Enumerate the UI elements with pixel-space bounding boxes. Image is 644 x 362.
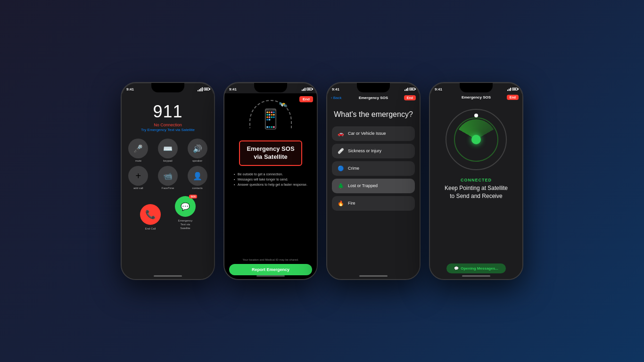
emergency-text-button[interactable]: 💬 SOS — [175, 196, 196, 217]
fire-icon: 🔥 — [338, 200, 344, 206]
phone1-signal — [198, 87, 203, 91]
option-crime-label: Crime — [348, 166, 359, 171]
connected-label: CONNECTED — [461, 178, 492, 182]
phone1-notch — [151, 83, 184, 92]
phone3-nav-title: Emergency SOS — [359, 96, 388, 100]
phone1-content: 911 No Connection Try Emergency Text via… — [122, 93, 214, 279]
radar-center — [471, 135, 481, 144]
location-note: Your location and Medical ID may be shar… — [242, 258, 298, 261]
phone3-signal — [405, 88, 408, 91]
satellite-radar — [446, 109, 507, 170]
phone-3: 9:41 ‹ Back Emergency SOS End — [326, 82, 421, 280]
sos-bullets: Be outside to get a connection. Messages… — [234, 172, 307, 188]
sickness-icon: 🩹 — [338, 148, 344, 154]
option-car-label: Car or Vehicle Issue — [348, 131, 386, 136]
phone1-number: 911 — [153, 102, 182, 122]
facetime-button[interactable]: 📹 FaceTime — [155, 166, 181, 189]
emergency-text-group: 💬 SOS EmergencyText viaSatellite — [175, 196, 196, 230]
phone-2: 9:41 End 🛰️ 📱 Emergency SOS — [223, 82, 318, 280]
phone1-action-buttons: 📞 End Call 💬 SOS EmergencyText viaSatell… — [140, 196, 196, 230]
phone3-battery — [409, 88, 415, 90]
phone3-status-icons — [405, 88, 415, 91]
phone4-content: Emergency SOS End CONNECTED Keep Pointin… — [430, 93, 522, 279]
option-sickness-label: Sickness or Injury — [348, 148, 381, 153]
phone-1: 9:41 911 No Connection Try Emergency Tex… — [121, 82, 215, 280]
sos-bullet-2: Messages will take longer to send. — [234, 177, 307, 182]
option-fire[interactable]: 🔥 Fire — [332, 196, 415, 211]
phone2-signal — [302, 88, 305, 91]
option-fire-label: Fire — [348, 201, 355, 206]
option-crime[interactable]: 🔵 Crime — [332, 161, 415, 176]
phone1-no-connection: No Connection — [154, 123, 182, 127]
emergency-text-label: EmergencyText viaSatellite — [178, 219, 192, 230]
phone-4: 9:41 Emergency SOS End — [429, 82, 523, 280]
phone1-status-icons — [198, 87, 209, 91]
option-lost-label: Lost or Trapped — [348, 183, 378, 188]
phone4-end-button[interactable]: End — [507, 95, 519, 100]
report-emergency-button[interactable]: Report Emergency — [229, 264, 312, 275]
mute-button[interactable]: 🎤 mute — [125, 139, 151, 162]
phone4-battery — [512, 88, 518, 90]
phone1-home-indicator — [154, 275, 182, 277]
emergency-question: What's the emergency? — [334, 110, 413, 120]
phone4-nav: Emergency SOS End — [430, 93, 522, 101]
add-call-button[interactable]: + add call — [125, 166, 151, 189]
phone1-controls: 🎤 mute ⌨️ keypad 🔊 speaker + add call 📹 — [125, 139, 210, 189]
sos-bullet-1: Be outside to get a connection. — [234, 172, 307, 177]
phone3-home-indicator — [359, 275, 388, 277]
satellite-illustration: 🛰️ 📱 — [247, 100, 294, 138]
phone4-home-indicator — [462, 275, 490, 277]
phone2-home-indicator — [256, 275, 285, 277]
phone3-end-button[interactable]: End — [404, 95, 416, 100]
phone4-signal — [507, 88, 511, 91]
sos-title-box: Emergency SOS via Satellite — [239, 140, 302, 166]
phone4-nav-title: Emergency SOS — [462, 95, 491, 99]
keypad-button[interactable]: ⌨️ keypad — [155, 139, 181, 162]
end-call-label: End Call — [145, 227, 156, 230]
phone3-content: ‹ Back Emergency SOS End What's the emer… — [327, 93, 420, 279]
phone2-content: End 🛰️ 📱 Emergency SOS via Satellite Be … — [224, 93, 317, 279]
phone3-notch — [357, 83, 390, 92]
option-sickness[interactable]: 🩹 Sickness or Injury — [332, 144, 415, 158]
phone1-time: 9:41 — [126, 87, 134, 91]
sos-title-line2: via Satellite — [247, 153, 294, 161]
sos-badge: SOS — [189, 195, 197, 198]
radar-top-dot — [474, 114, 478, 117]
phone3-time: 9:41 — [332, 87, 339, 91]
option-lost[interactable]: 🌲 Lost or Trapped — [332, 179, 415, 193]
phones-container: 9:41 911 No Connection Try Emergency Tex… — [111, 73, 533, 289]
sos-bullet-3: Answer questions to help get a faster re… — [234, 182, 307, 187]
sos-title-line1: Emergency SOS — [247, 145, 294, 153]
lost-icon: 🌲 — [338, 183, 344, 189]
phone4-notch — [460, 83, 493, 92]
end-call-button[interactable]: 📞 — [140, 204, 161, 225]
back-button[interactable]: ‹ Back — [331, 96, 341, 100]
emergency-options-list: 🚗 Car or Vehicle Issue 🩹 Sickness or Inj… — [332, 126, 415, 211]
crime-icon: 🔵 — [338, 165, 344, 172]
phone2-notch — [254, 83, 287, 92]
phone-hand-icon: 📱 — [259, 108, 282, 130]
option-car[interactable]: 🚗 Car or Vehicle Issue — [332, 126, 415, 141]
phone2-time: 9:41 — [229, 87, 237, 91]
car-icon: 🚗 — [338, 131, 344, 137]
phone1-battery — [204, 88, 209, 90]
phone4-status-icons — [507, 88, 518, 91]
opening-messages-button[interactable]: 💬 Opening Messages... — [446, 263, 506, 273]
speaker-button[interactable]: 🔊 speaker — [184, 139, 210, 162]
phone4-time: 9:41 — [435, 87, 442, 91]
phone3-nav: ‹ Back Emergency SOS End — [327, 93, 420, 102]
end-call-group: 📞 End Call — [140, 204, 161, 230]
phone1-try-satellite[interactable]: Try Emergency Text via Satellite — [141, 128, 195, 132]
phone2-end-button[interactable]: End — [299, 96, 313, 102]
phone2-battery — [306, 88, 312, 90]
phone2-status-icons — [302, 88, 312, 91]
connected-instruction: Keep Pointing at Satellite to Send and R… — [445, 184, 508, 200]
contacts-button[interactable]: 👤 contacts — [184, 166, 210, 189]
